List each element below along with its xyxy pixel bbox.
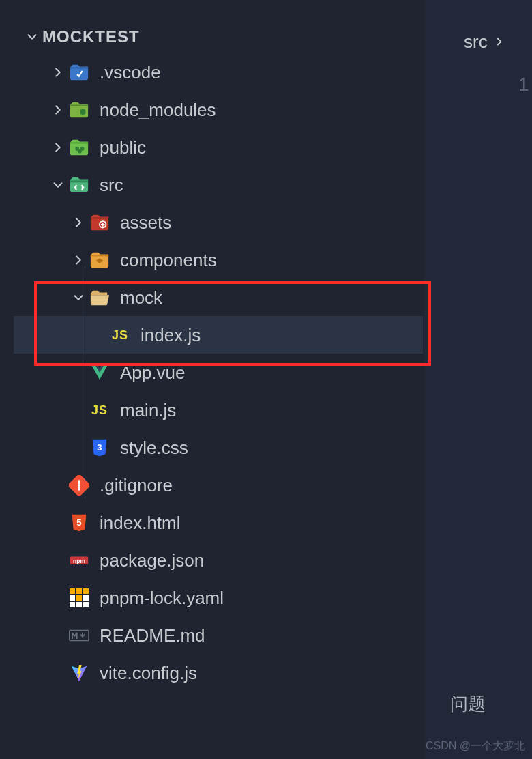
svg-rect-14 xyxy=(70,588,75,594)
markdown-file-icon xyxy=(68,625,90,646)
js-file-icon: JS xyxy=(109,324,131,346)
components-folder-icon xyxy=(89,249,110,271)
git-file-icon xyxy=(68,474,90,496)
pnpm-file-icon xyxy=(68,587,90,609)
file-label: index.js xyxy=(141,326,201,344)
folder-node-modules[interactable]: node_modules xyxy=(14,91,423,128)
file-main-js[interactable]: JS main.js xyxy=(14,391,423,429)
breadcrumb-segment[interactable]: src xyxy=(464,31,488,53)
chevron-right-icon xyxy=(68,212,89,233)
svg-text:npm: npm xyxy=(73,557,85,564)
chevron-down-icon xyxy=(48,175,68,195)
file-index-js[interactable]: JS index.js xyxy=(14,316,423,354)
file-tree: .vscode node_modules public xyxy=(14,53,423,691)
file-vite-config[interactable]: vite.config.js xyxy=(14,654,423,691)
file-style-css[interactable]: 3 style.css xyxy=(14,429,423,466)
folder-label: .vscode xyxy=(100,63,161,81)
folder-vscode[interactable]: .vscode xyxy=(14,53,423,91)
chevron-right-icon xyxy=(68,250,89,270)
indent-guide xyxy=(85,266,85,498)
watermark: CSDN @一个大萝北 xyxy=(426,739,525,754)
svg-text:3: 3 xyxy=(97,442,102,452)
svg-point-3 xyxy=(78,149,82,153)
file-pnpm-lock[interactable]: pnpm-lock.yaml xyxy=(14,579,423,616)
file-label: index.html xyxy=(100,514,181,532)
folder-open-icon xyxy=(89,287,110,309)
chevron-right-icon xyxy=(48,62,68,83)
file-readme[interactable]: README.md xyxy=(14,616,423,654)
npm-file-icon: npm xyxy=(68,549,90,571)
src-folder-icon xyxy=(68,174,90,196)
svg-marker-0 xyxy=(80,109,86,115)
folder-label: assets xyxy=(120,214,171,231)
svg-rect-10 xyxy=(78,482,80,488)
assets-folder-icon xyxy=(89,212,110,233)
folder-mock[interactable]: mock xyxy=(14,278,423,316)
file-label: package.json xyxy=(100,552,204,569)
folder-label: mock xyxy=(120,289,162,306)
svg-rect-15 xyxy=(76,588,82,594)
file-label: App.vue xyxy=(120,364,185,382)
svg-rect-19 xyxy=(83,595,89,601)
folder-components[interactable]: components xyxy=(14,241,423,278)
chevron-down-icon xyxy=(68,287,89,308)
svg-rect-16 xyxy=(83,588,89,594)
file-label: vite.config.js xyxy=(100,664,197,682)
folder-label: node_modules xyxy=(100,101,216,119)
file-label: style.css xyxy=(120,439,188,457)
folder-label: components xyxy=(120,251,217,269)
css-file-icon: 3 xyxy=(89,437,110,459)
folder-label: public xyxy=(100,139,146,156)
explorer-section-header[interactable]: MOCKTEST xyxy=(14,20,423,53)
chevron-right-icon xyxy=(493,31,505,53)
chevron-right-icon xyxy=(48,100,68,120)
html-file-icon: 5 xyxy=(68,512,90,534)
js-file-icon: JS xyxy=(89,399,110,421)
file-label: main.js xyxy=(120,401,176,419)
svg-rect-22 xyxy=(83,602,89,607)
vscode-folder-icon xyxy=(68,61,90,83)
svg-rect-18 xyxy=(76,595,82,601)
file-label: pnpm-lock.yaml xyxy=(100,589,224,607)
file-gitignore[interactable]: .gitignore xyxy=(14,466,423,504)
svg-text:5: 5 xyxy=(76,517,81,527)
file-app-vue[interactable]: App.vue xyxy=(14,354,423,391)
file-index-html[interactable]: 5 index.html xyxy=(14,504,423,541)
folder-assets[interactable]: assets xyxy=(14,203,423,241)
folder-public[interactable]: public xyxy=(14,128,423,166)
section-title: MOCKTEST xyxy=(42,27,140,46)
svg-rect-20 xyxy=(70,602,75,607)
line-number: 1 xyxy=(518,74,529,96)
chevron-right-icon xyxy=(48,137,68,158)
file-label: README.md xyxy=(100,627,205,644)
folder-src[interactable]: src xyxy=(14,166,423,203)
node-folder-icon xyxy=(68,99,90,121)
svg-rect-17 xyxy=(70,595,75,601)
vite-file-icon xyxy=(68,662,90,684)
file-package-json[interactable]: npm package.json xyxy=(14,541,423,579)
vue-file-icon xyxy=(89,362,110,384)
chevron-down-icon xyxy=(22,27,42,47)
svg-rect-21 xyxy=(76,602,82,607)
folder-label: src xyxy=(100,176,123,194)
breadcrumb[interactable]: src xyxy=(464,31,505,53)
editor-pane xyxy=(424,0,532,759)
public-folder-icon xyxy=(68,137,90,158)
problems-tab[interactable]: 问题 xyxy=(450,692,486,716)
explorer-sidebar: MOCKTEST .vscode node_modules xyxy=(14,20,423,751)
file-label: .gitignore xyxy=(100,476,173,494)
